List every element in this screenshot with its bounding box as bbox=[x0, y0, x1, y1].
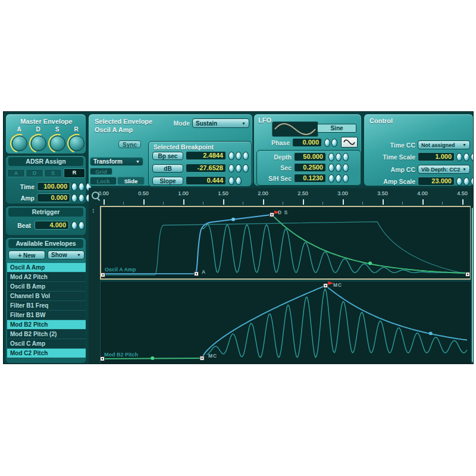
list-item[interactable]: Mod A2 Pitch bbox=[7, 273, 86, 282]
transform-dropdown-value: Transform bbox=[93, 158, 123, 165]
lane-name: Oscil A Amp bbox=[105, 267, 136, 273]
time-scale-value[interactable]: 1.000 bbox=[418, 152, 455, 161]
list-item[interactable]: Oscil B Amp bbox=[7, 282, 86, 292]
list-item[interactable]: Mod C2 Pitch bbox=[7, 349, 86, 358]
ruler-tick-major bbox=[383, 199, 384, 205]
time-cc-dropdown[interactable]: Not assigned ▼ bbox=[418, 140, 470, 149]
tab-s[interactable]: S bbox=[44, 169, 62, 177]
sh-sec-gems[interactable] bbox=[328, 174, 349, 183]
sec-label: Sec bbox=[261, 164, 292, 171]
slope-gems[interactable] bbox=[228, 177, 242, 185]
available-envelopes-panel: Available Envelopes + New Show ▼ Oscil A… bbox=[5, 237, 86, 364]
list-item[interactable]: Filter B1 BW bbox=[7, 311, 86, 320]
list-item[interactable]: Mod B2 Pitch (2) bbox=[7, 330, 86, 339]
phase-label: Phase bbox=[265, 139, 290, 146]
ruler-tick-label: 2.00 bbox=[254, 190, 272, 196]
transform-dropdown[interactable]: Transform ▼ bbox=[90, 157, 143, 166]
time-value[interactable]: 100.000 bbox=[37, 182, 70, 191]
sec-gems[interactable] bbox=[328, 164, 349, 172]
beat-gems[interactable] bbox=[71, 221, 84, 230]
sustain-knob[interactable] bbox=[50, 136, 65, 151]
show-dropdown[interactable]: Show ▼ bbox=[48, 250, 84, 259]
sine-icon bbox=[343, 139, 355, 145]
master-envelope-panel: Master Envelope A D S R bbox=[5, 114, 86, 154]
depth-value[interactable]: 50.000 bbox=[294, 152, 326, 161]
chevron-down-icon: ▼ bbox=[136, 159, 140, 164]
ruler-tick-minor bbox=[362, 202, 363, 205]
ruler-tick-label: 3.50 bbox=[374, 190, 392, 196]
timeline-ruler[interactable]: 0.000.501.001.502.002.503.003.504.004.50 bbox=[89, 188, 474, 206]
breakpoint-label-mc2: MC bbox=[333, 282, 342, 288]
beat-value[interactable]: 4.000 bbox=[35, 221, 69, 230]
amp-scale-gems[interactable] bbox=[456, 177, 474, 186]
time-scale-gems[interactable] bbox=[456, 153, 474, 161]
slope-value[interactable]: 0.444 bbox=[186, 176, 226, 185]
lfo-waveform-select[interactable]: Sine bbox=[317, 124, 356, 133]
decay-knob[interactable] bbox=[31, 136, 46, 151]
graph-left-strip: ↕ bbox=[89, 206, 100, 364]
control-panel: Control Time CC Not assigned ▼ Time Scal… bbox=[364, 114, 474, 186]
time-cc-label: Time CC bbox=[367, 142, 415, 149]
db-value[interactable]: -27.6528 bbox=[186, 164, 226, 173]
tab-a[interactable]: A bbox=[7, 169, 25, 177]
ruler-tick-minor bbox=[163, 202, 164, 205]
envelope-canvas-upper[interactable] bbox=[101, 207, 470, 278]
phase-value[interactable]: 0.000 bbox=[292, 138, 322, 147]
time-label: Time bbox=[6, 183, 35, 190]
grid-button[interactable]: Grid bbox=[90, 168, 112, 175]
sync-button[interactable]: Sync bbox=[118, 140, 141, 148]
list-item[interactable]: Oscil A Amp bbox=[7, 263, 86, 273]
lfo-rows-subpanel: Depth 50.000 Sec 0.2500 S/H Sec 0.1230 bbox=[256, 150, 361, 186]
list-item[interactable]: Filter B1 Freq bbox=[7, 301, 86, 311]
amp-scale-value[interactable]: 23.000 bbox=[418, 177, 455, 186]
release-knob[interactable] bbox=[69, 136, 84, 151]
lock-toggle[interactable]: Lock bbox=[90, 177, 117, 185]
db-button[interactable]: dB bbox=[152, 164, 183, 173]
attack-knob[interactable] bbox=[12, 136, 27, 151]
amp-scale-label: Amp Scale bbox=[367, 178, 415, 185]
new-envelope-button[interactable]: + New bbox=[8, 250, 45, 259]
bp-sec-value[interactable]: 2.4844 bbox=[186, 151, 226, 160]
list-item[interactable]: Oscil C Amp bbox=[7, 339, 86, 349]
sh-sec-value[interactable]: 0.1230 bbox=[294, 174, 326, 183]
slide-toggle[interactable]: Slide bbox=[117, 177, 145, 185]
mode-dropdown[interactable]: Sustain ▼ bbox=[192, 118, 249, 128]
amp-cc-dropdown[interactable]: Vib Depth: CC2 ▼ bbox=[418, 165, 470, 174]
list-item[interactable]: Mod B2 Pitch bbox=[7, 320, 86, 330]
tab-d[interactable]: D bbox=[26, 169, 43, 177]
lfo-waveform-display bbox=[272, 121, 318, 137]
mode-dropdown-value: Sustain bbox=[196, 120, 217, 127]
bp-sec-button[interactable]: Bp sec bbox=[152, 152, 183, 160]
ruler-tick-minor bbox=[123, 202, 124, 205]
ruler-tick-major bbox=[263, 199, 264, 205]
envelope-lane-upper: Oscil A Amp A D S bbox=[100, 206, 471, 280]
breakpoint-label-mc1: MC bbox=[208, 353, 217, 359]
vertical-scrollbar[interactable] bbox=[471, 206, 474, 364]
depth-label: Depth bbox=[261, 154, 292, 161]
db-gems[interactable] bbox=[228, 164, 249, 173]
beat-label: Beat bbox=[7, 222, 31, 229]
ruler-tick-major bbox=[422, 199, 424, 205]
breakpoint-label-a: A bbox=[202, 269, 206, 275]
ruler-tick-label: 3.00 bbox=[334, 190, 352, 196]
panel-title: Master Envelope bbox=[6, 118, 87, 125]
lfo-shape-button[interactable] bbox=[341, 137, 358, 148]
scrollbar-thumb[interactable] bbox=[471, 207, 474, 363]
tab-r[interactable]: R bbox=[64, 168, 85, 178]
sec-value[interactable]: 0.2500 bbox=[294, 163, 326, 172]
bp-sec-gems[interactable] bbox=[228, 152, 249, 160]
ruler-tick-major bbox=[303, 199, 304, 205]
panel-title: ADSR Assign bbox=[8, 157, 83, 166]
amp-cc-value: Vib Depth: CC2 bbox=[421, 167, 460, 173]
list-item[interactable]: Channel B Vol bbox=[7, 292, 86, 301]
panel-title: Control bbox=[369, 117, 393, 124]
ruler-tick-minor bbox=[442, 202, 443, 205]
ruler-tick-minor bbox=[402, 202, 403, 205]
amp-value[interactable]: 0.000 bbox=[37, 193, 70, 202]
slope-button[interactable]: Slope bbox=[152, 177, 183, 185]
envelope-canvas-lower[interactable] bbox=[101, 281, 471, 364]
knob-label-a: A bbox=[12, 126, 26, 133]
phase-gems[interactable] bbox=[324, 139, 337, 147]
scroll-updown-icon[interactable]: ↕ bbox=[92, 206, 95, 214]
depth-gems[interactable] bbox=[328, 153, 349, 161]
